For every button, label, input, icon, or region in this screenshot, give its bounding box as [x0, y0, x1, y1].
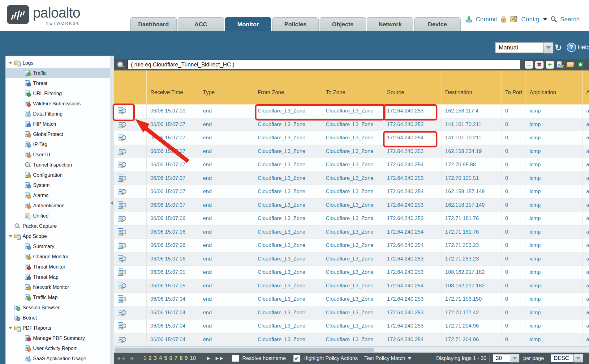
log-detail-icon[interactable] — [117, 214, 127, 222]
log-row[interactable]: 06/06 15:07:07endCloudflare_L3_ZoneCloud… — [114, 145, 589, 159]
log-row[interactable]: 06/06 15:07:07endCloudflare_L3_ZoneCloud… — [114, 172, 589, 185]
log-detail-icon[interactable] — [117, 282, 127, 290]
column-header-a[interactable]: A — [583, 70, 589, 104]
log-row[interactable]: 06/06 15:07:06endCloudflare_L3_ZoneCloud… — [114, 226, 589, 239]
log-detail-icon[interactable] — [117, 107, 127, 115]
column-header-to-zone[interactable]: To Zone — [322, 70, 383, 104]
tree-expander-icon[interactable] — [8, 234, 13, 239]
tab-objects[interactable]: Objects — [320, 17, 366, 31]
sidebar-item-user-activity-report[interactable]: User Activity Report — [6, 343, 110, 353]
sort-order-select[interactable]: DESC — [551, 354, 574, 362]
column-header-destination[interactable]: Destination — [441, 70, 501, 104]
log-detail-icon[interactable] — [117, 241, 127, 249]
log-detail-icon[interactable] — [117, 147, 127, 155]
page-number-4[interactable]: 4 — [159, 355, 162, 362]
log-detail-icon[interactable] — [117, 161, 127, 169]
resolve-hostname-checkbox[interactable] — [232, 355, 239, 362]
sidebar-item-packet-capture[interactable]: Packet Capture — [6, 221, 110, 231]
page-number-9[interactable]: 9 — [185, 355, 188, 362]
sidebar-item-unified[interactable]: Unified — [6, 211, 110, 221]
help-button[interactable]: ? Help — [567, 43, 589, 52]
sidebar-item-session-browser[interactable]: Session Browser — [6, 303, 110, 313]
sidebar-item-data-filtering[interactable]: Data Filtering — [6, 109, 110, 119]
search-button[interactable]: Search — [560, 16, 580, 23]
log-detail-icon[interactable] — [117, 268, 127, 276]
per-page-select[interactable]: 30 — [493, 354, 510, 362]
page-number-3[interactable]: 3 — [154, 355, 157, 362]
page-number-5[interactable]: 5 — [164, 355, 167, 362]
column-header-type[interactable]: Type — [199, 70, 254, 104]
sidebar-item-configuration[interactable]: Configuration — [6, 170, 110, 180]
tree-expander-icon[interactable] — [8, 326, 13, 331]
sidebar-item-change-monitor[interactable]: Change Monitor — [6, 252, 110, 262]
last-page-button[interactable]: ►► — [214, 355, 224, 362]
highlight-policy-checkbox[interactable]: ✔ — [293, 355, 300, 362]
sidebar-item-app-scope[interactable]: App Scope — [6, 231, 110, 241]
lock-icon[interactable] — [500, 15, 507, 23]
sidebar-item-traffic[interactable]: Traffic — [6, 68, 110, 78]
log-row[interactable]: 06/06 15:07:07endCloudflare_L3_ZoneCloud… — [114, 199, 589, 212]
tree-expander-icon[interactable] — [8, 61, 13, 66]
page-number-8[interactable]: 8 — [180, 355, 183, 362]
column-header-to-port[interactable]: To Port — [501, 70, 526, 104]
column-header-source[interactable]: Source — [383, 70, 441, 104]
clear-filter-icon[interactable]: ✖ — [535, 61, 544, 69]
log-row[interactable]: 06/06 15:07:05endCloudflare_L3_ZoneCloud… — [114, 279, 589, 293]
log-row[interactable]: 06/06 15:07:04endCloudflare_L3_ZoneCloud… — [114, 333, 589, 347]
log-row[interactable]: 06/06 15:07:07endCloudflare_L3_ZoneCloud… — [114, 131, 589, 145]
sidebar-item-globalprotect[interactable]: GlobalProtect — [6, 129, 110, 139]
test-policy-caret-icon[interactable] — [408, 357, 411, 360]
log-row[interactable]: 06/06 15:07:07endCloudflare_L3_ZoneCloud… — [114, 118, 589, 132]
sidebar-item-botnet[interactable]: Botnet — [6, 313, 110, 323]
column-header-from-zone[interactable]: From Zone — [254, 70, 322, 104]
sidebar-item-system[interactable]: System — [6, 180, 110, 190]
log-detail-icon[interactable] — [117, 255, 127, 263]
sort-order-dropdown-arrow[interactable] — [574, 354, 583, 362]
sidebar-item-summary[interactable]: Summary — [6, 241, 110, 252]
log-detail-icon[interactable] — [117, 201, 127, 209]
log-row[interactable]: 06/06 15:07:06endCloudflare_L3_ZoneCloud… — [114, 212, 589, 226]
sidebar-item-authentication[interactable]: Authentication — [6, 201, 110, 211]
commit-button[interactable]: Commit — [476, 16, 497, 23]
sidebar-item-logs[interactable]: Logs — [6, 58, 110, 68]
page-number-1[interactable]: 1 — [143, 355, 146, 362]
sidebar-item-manage-pdf-summary[interactable]: Manage PDF Summary — [6, 333, 110, 343]
sidebar-item-url-filtering[interactable]: URL Filtering — [6, 88, 110, 99]
page-number-7[interactable]: 7 — [174, 355, 178, 362]
apply-filter-icon[interactable]: → — [525, 61, 533, 69]
log-row[interactable]: 06/06 15:07:04endCloudflare_L3_ZoneCloud… — [114, 320, 589, 333]
log-row[interactable]: 06/06 15:07:07endCloudflare_L3_ZoneCloud… — [114, 158, 589, 172]
log-detail-icon[interactable] — [117, 309, 127, 317]
export-icon[interactable] — [577, 61, 585, 69]
log-row[interactable]: 06/06 15:07:05endCloudflare_L3_ZoneCloud… — [114, 266, 589, 279]
load-filter-icon[interactable] — [566, 61, 574, 69]
next-page-button[interactable]: ► — [206, 355, 211, 362]
tab-dashboard[interactable]: Dashboard — [130, 17, 177, 31]
log-detail-icon[interactable] — [117, 188, 127, 196]
log-row[interactable]: 06/06 15:07:06endCloudflare_L3_ZoneCloud… — [114, 252, 589, 266]
log-row[interactable]: 06/06 15:07:09endCloudflare_L3_ZoneCloud… — [114, 104, 589, 118]
page-number-10[interactable]: 10 — [190, 355, 196, 362]
log-detail-icon[interactable] — [117, 295, 127, 303]
sidebar-item-threat[interactable]: Threat — [6, 78, 110, 88]
config-caret-icon[interactable] — [543, 18, 547, 21]
refresh-mode-dropdown-arrow[interactable] — [544, 42, 553, 53]
sidebar-item-user-id[interactable]: User-ID — [6, 150, 110, 160]
log-row[interactable]: 06/06 15:07:06endCloudflare_L3_ZoneCloud… — [114, 239, 589, 252]
log-detail-icon[interactable] — [117, 134, 127, 142]
log-detail-icon[interactable] — [117, 174, 127, 182]
page-number-6[interactable]: 6 — [169, 355, 172, 362]
sidebar-item-threat-map[interactable]: Threat Map — [6, 272, 110, 282]
horizontal-scrollbar[interactable] — [114, 346, 589, 353]
sidebar-item-hip-match[interactable]: HIP Match — [6, 119, 110, 129]
add-filter-icon[interactable]: + — [546, 61, 554, 69]
tab-device[interactable]: Device — [414, 17, 461, 31]
log-detail-icon[interactable] — [117, 322, 127, 330]
sidebar-item-tunnel-inspection[interactable]: Tunnel Inspection — [6, 160, 110, 170]
filter-builder-icon[interactable] — [556, 61, 564, 69]
sidebar-item-ip-tag[interactable]: IP-Tag — [6, 139, 110, 150]
test-policy-match-button[interactable]: Test Policy Match — [364, 355, 405, 362]
sidebar-item-wildfire-submissions[interactable]: WildFire Submissions — [6, 99, 110, 109]
sidebar-collapse-handle[interactable] — [110, 56, 114, 364]
sidebar-item-network-monitor[interactable]: Network Monitor — [6, 282, 110, 292]
